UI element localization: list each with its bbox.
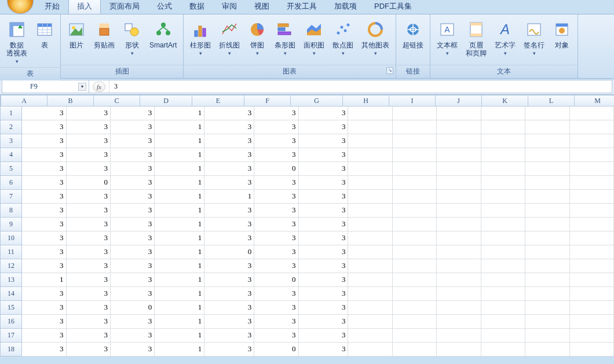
cell[interactable]: 3 — [111, 162, 155, 176]
cell[interactable]: 3 — [254, 231, 298, 245]
cell[interactable]: 3 — [299, 273, 349, 287]
cell[interactable]: 3 — [22, 148, 66, 162]
cell[interactable]: 1 — [155, 176, 204, 190]
cell[interactable]: 3 — [204, 273, 254, 287]
cell[interactable]: 3 — [299, 301, 349, 315]
cell[interactable] — [570, 176, 614, 190]
row-header-10[interactable]: 10 — [0, 231, 22, 245]
cell[interactable]: 3 — [22, 162, 66, 176]
cell[interactable]: 3 — [22, 218, 66, 231]
cell[interactable]: 1 — [155, 204, 204, 218]
cell[interactable]: 3 — [254, 204, 298, 218]
cell[interactable] — [570, 315, 614, 329]
cell[interactable]: 3 — [204, 315, 254, 329]
cell[interactable] — [481, 162, 525, 176]
cell[interactable] — [525, 148, 569, 162]
cell[interactable]: 3 — [299, 176, 349, 190]
cell[interactable]: 3 — [111, 329, 155, 343]
cell[interactable]: 0 — [67, 176, 111, 190]
cell[interactable] — [348, 162, 392, 176]
cell[interactable] — [570, 259, 614, 273]
cell[interactable]: 3 — [22, 245, 66, 259]
tab-插入[interactable]: 插入 — [68, 0, 101, 14]
row-header-14[interactable]: 14 — [0, 287, 22, 301]
cell[interactable] — [570, 106, 614, 120]
row-header-13[interactable]: 13 — [0, 273, 22, 287]
row-header-7[interactable]: 7 — [0, 190, 22, 204]
cell[interactable] — [525, 218, 569, 231]
cell[interactable]: 3 — [22, 287, 66, 301]
cell[interactable]: 3 — [204, 218, 254, 231]
cell[interactable] — [393, 273, 437, 287]
cell[interactable]: 3 — [299, 204, 349, 218]
cell[interactable]: 3 — [204, 204, 254, 218]
cell[interactable]: 0 — [111, 301, 155, 315]
cell[interactable] — [348, 343, 392, 356]
tab-加载项[interactable]: 加载项 — [326, 0, 366, 14]
column-header-A[interactable]: A — [1, 95, 47, 106]
cell[interactable] — [525, 162, 569, 176]
cell[interactable] — [481, 315, 525, 329]
cell[interactable] — [393, 204, 437, 218]
cell[interactable] — [348, 315, 392, 329]
cell[interactable]: 3 — [204, 301, 254, 315]
cell[interactable]: 3 — [299, 162, 349, 176]
cell[interactable]: 3 — [204, 148, 254, 162]
cell[interactable]: 3 — [204, 329, 254, 343]
row-header-12[interactable]: 12 — [0, 259, 22, 273]
cell[interactable] — [525, 259, 569, 273]
name-box-dropdown[interactable]: ▾ — [78, 83, 86, 91]
cell[interactable] — [525, 301, 569, 315]
cell[interactable] — [393, 231, 437, 245]
cell[interactable] — [437, 315, 481, 329]
cell[interactable]: 3 — [22, 343, 66, 356]
cell[interactable]: 3 — [111, 245, 155, 259]
cell[interactable]: 3 — [299, 106, 349, 120]
cell[interactable]: 1 — [155, 120, 204, 134]
cell[interactable] — [570, 343, 614, 356]
cell[interactable]: 3 — [111, 204, 155, 218]
cell[interactable]: 3 — [111, 134, 155, 148]
cell[interactable]: 3 — [67, 162, 111, 176]
row-header-6[interactable]: 6 — [0, 176, 22, 190]
cell[interactable]: 3 — [254, 287, 298, 301]
cell[interactable] — [437, 204, 481, 218]
row-header-9[interactable]: 9 — [0, 218, 22, 231]
cell[interactable]: 3 — [254, 301, 298, 315]
row-header-1[interactable]: 1 — [0, 106, 22, 120]
cell[interactable]: 3 — [67, 190, 111, 204]
cell[interactable]: 1 — [155, 315, 204, 329]
column-header-G[interactable]: G — [291, 95, 343, 106]
cell[interactable]: 3 — [111, 176, 155, 190]
cell[interactable]: 0 — [254, 273, 298, 287]
cell[interactable]: 3 — [67, 134, 111, 148]
cell[interactable]: 3 — [299, 245, 349, 259]
column-header-L[interactable]: L — [528, 95, 575, 106]
cell[interactable] — [437, 259, 481, 273]
cell[interactable] — [525, 190, 569, 204]
cell[interactable] — [525, 134, 569, 148]
row-header-11[interactable]: 11 — [0, 245, 22, 259]
cell[interactable]: 3 — [204, 287, 254, 301]
cell[interactable]: 3 — [111, 148, 155, 162]
cell[interactable]: 3 — [111, 120, 155, 134]
cell[interactable]: 3 — [22, 204, 66, 218]
shapes-button[interactable]: 形状 — [119, 16, 145, 59]
other-charts-button[interactable]: 其他图表 — [357, 16, 393, 59]
cell[interactable] — [393, 245, 437, 259]
tab-审阅[interactable]: 审阅 — [213, 0, 246, 14]
cell[interactable]: 3 — [22, 120, 66, 134]
row-header-16[interactable]: 16 — [0, 315, 22, 329]
formula-input[interactable]: 3 — [109, 80, 612, 93]
cell[interactable] — [481, 218, 525, 231]
area-chart-button[interactable]: 面积图 — [299, 16, 328, 59]
smartart-button[interactable]: SmartArt — [145, 16, 181, 51]
cell[interactable]: 0 — [254, 162, 298, 176]
cell[interactable]: 3 — [254, 218, 298, 231]
cell[interactable]: 1 — [155, 301, 204, 315]
line-chart-button[interactable]: 折线图 — [215, 16, 244, 59]
column-header-D[interactable]: D — [140, 95, 192, 106]
cell[interactable]: 1 — [155, 218, 204, 231]
cell[interactable] — [481, 120, 525, 134]
row-header-17[interactable]: 17 — [0, 329, 22, 343]
